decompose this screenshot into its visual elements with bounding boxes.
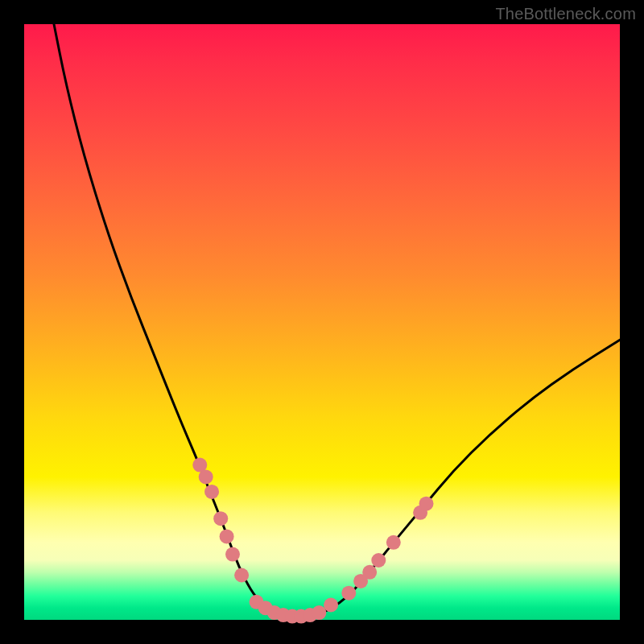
data-marker	[234, 568, 249, 583]
marker-group	[192, 458, 433, 624]
chart-frame: TheBottleneck.com	[0, 0, 644, 644]
data-marker	[386, 535, 401, 550]
curve-svg	[24, 24, 620, 620]
data-marker	[371, 553, 386, 568]
data-marker	[312, 605, 326, 620]
data-marker	[213, 511, 228, 526]
data-marker	[220, 529, 234, 543]
plot-area	[24, 24, 620, 620]
data-marker	[324, 598, 338, 613]
data-marker	[341, 586, 356, 601]
data-marker	[204, 485, 219, 499]
bottleneck-curve	[54, 24, 620, 617]
data-marker	[225, 547, 240, 562]
data-marker	[362, 565, 377, 580]
watermark-text: TheBottleneck.com	[495, 5, 636, 23]
data-marker	[419, 497, 434, 511]
data-marker	[199, 469, 213, 484]
